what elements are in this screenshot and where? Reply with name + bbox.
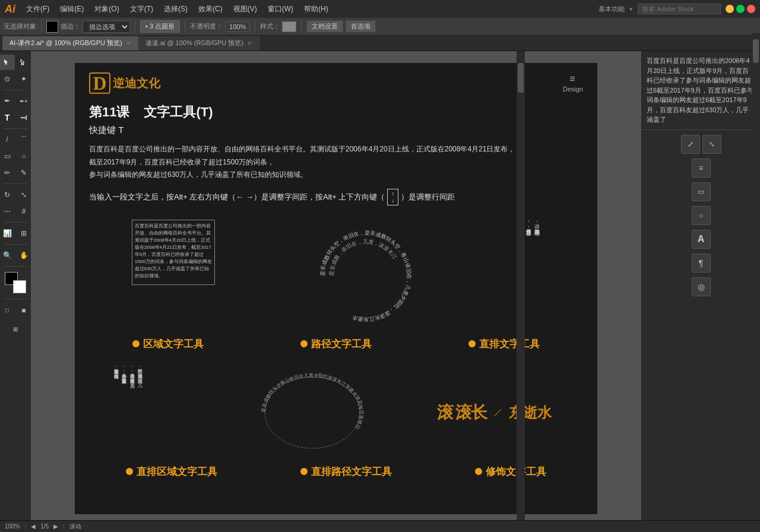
nav-next[interactable]: ▶	[53, 523, 58, 530]
tool-label-1: 区域文字工具	[132, 337, 204, 351]
magic-wand-tool-button[interactable]: ✦	[16, 71, 31, 87]
graph-tool-button[interactable]: 📊	[0, 226, 15, 241]
rect-tool-button[interactable]: ▭	[0, 148, 15, 164]
preferences-button[interactable]: 首选项	[346, 20, 376, 33]
mesh-tool-button[interactable]: #	[16, 204, 31, 219]
rotate-tool-button[interactable]: ↻	[0, 187, 15, 202]
circle-text-svg: 是非成败转头空，依旧在，是非成败转头空，青山依旧在，几度夕阳红，滚滚长江东逝水 …	[309, 220, 422, 332]
menu-help[interactable]: 帮助(H)	[299, 3, 333, 15]
pen-tool-button[interactable]: ✒	[0, 93, 15, 109]
tab-2-close[interactable]: ✕	[247, 40, 252, 46]
deco-text-3: 东逝水	[509, 403, 552, 422]
stroke-color-swatch[interactable]	[46, 21, 58, 33]
hand-tool-button[interactable]: ✋	[16, 248, 31, 263]
menu-bar-right: 基本功能 ▾	[598, 4, 755, 14]
menu-file[interactable]: 文件(F)	[21, 3, 54, 15]
menu-object[interactable]: 对象(O)	[90, 3, 124, 15]
desc-line-2: 截至2017年9月，百度百科已经收录了超过1500万的词条，	[89, 156, 583, 169]
canvas-area[interactable]: D 逆迪文化 ≡ Design 第11课 文字工具(T) 快捷键 T 百度百科是…	[31, 51, 641, 520]
panel-resize-icon[interactable]: ⤢	[681, 135, 700, 154]
menu-select[interactable]: 选择(S)	[159, 3, 192, 15]
brush-tool-button[interactable]: ✏	[0, 165, 15, 180]
nav-menu[interactable]: ≡ Design	[563, 74, 583, 93]
status-sep-1: |	[25, 523, 27, 530]
desc-line-3: 参与词条编辑的网友超过630万人，几乎涵盖了所有已知的知识领域。	[89, 169, 583, 182]
tab-2-label: 递递.ai @ 100% (RGB/GPU 预览)	[145, 39, 243, 48]
close-button[interactable]	[747, 5, 755, 13]
data-tool-button[interactable]: ⊞	[16, 226, 31, 241]
app-icon: Ai	[5, 3, 15, 15]
screen-mode-button[interactable]: ◙	[16, 302, 31, 318]
scrollbar-vertical[interactable]	[517, 51, 525, 520]
minimize-button[interactable]	[726, 5, 734, 13]
panel-menu-icon[interactable]: ≡	[692, 159, 711, 178]
vertical-path-demo: 是非成败转头空青山依旧在几度夕阳红滚滚长江东逝水浪花淘尽英雄旧	[253, 365, 372, 460]
tool-group-line: / ⌒	[0, 132, 31, 147]
decorative-text-content: 滚 滚长 ⟋ 东逝水	[437, 401, 552, 424]
doc-settings-button[interactable]: 文档设置	[306, 20, 343, 33]
menu-effect[interactable]: 效果(C)	[194, 3, 227, 15]
normal-mode-button[interactable]: □	[0, 302, 15, 318]
ellipse-tool-button[interactable]: ○	[16, 148, 31, 164]
direct-select-tool-button[interactable]	[16, 55, 31, 70]
zoom-level[interactable]: 100%	[5, 523, 20, 530]
tab-1[interactable]: AI-课件2.ai* @ 100% (RGB/GPU 预览) ✕	[2, 36, 138, 50]
scale-tool-button[interactable]: ⤡	[16, 187, 31, 202]
opacity-label: 不透明度：	[190, 22, 223, 31]
nav-prev[interactable]: ◀	[31, 523, 36, 530]
lesson-title: 文字工具(T)	[144, 103, 213, 121]
arc-tool-button[interactable]: ⌒	[16, 132, 31, 147]
menu-window[interactable]: 窗口(W)	[263, 3, 298, 15]
pencil-tool-button[interactable]: ✎	[16, 165, 31, 180]
tool-group-rect: ▭ ○	[0, 148, 31, 164]
mode-label[interactable]: 基本功能	[598, 5, 625, 14]
tab-2[interactable]: 递递.ai @ 100% (RGB/GPU 预览) ✕	[138, 36, 259, 50]
panel-circle-icon[interactable]: ○	[692, 206, 711, 225]
add-anchor-tool-button[interactable]: ✒+	[16, 93, 31, 109]
toolbar-separator-2	[135, 21, 135, 33]
opacity-input[interactable]: 100%	[225, 21, 250, 32]
scrollbar-thumb[interactable]	[518, 63, 524, 93]
zoom-tool-button[interactable]: 🔍	[0, 248, 15, 263]
point-type-button[interactable]: • 3 点圆形	[140, 20, 180, 33]
panel-circle-2-icon[interactable]: ◎	[692, 277, 711, 296]
right-scrollbar-thumb[interactable]	[753, 39, 759, 63]
stroke-select[interactable]: 描边选项	[83, 21, 130, 33]
deco-text-2: ⟋	[491, 405, 504, 420]
tab-1-label: AI-课件2.ai* @ 100% (RGB/GPU 预览)	[10, 39, 122, 48]
panel-rect-icon[interactable]: ▭	[692, 182, 711, 201]
mode-dropdown-icon[interactable]: ▾	[629, 5, 633, 13]
panel-para-icon[interactable]: ¶	[692, 254, 711, 273]
stock-search-input[interactable]	[638, 4, 721, 14]
panel-expand-icon[interactable]: ⤡	[702, 135, 721, 154]
panel-type-icon[interactable]: A	[692, 230, 711, 249]
menu-edit[interactable]: 编辑(E)	[55, 3, 88, 15]
vertical-area-demo: 非成败转头空，青山依旧在 ，风古今多少，是滚滚长江东逝水 ，是依旧在，慢看秋月悠…	[113, 365, 196, 460]
dot-1	[132, 340, 140, 347]
line-tool-button[interactable]: /	[0, 132, 15, 147]
tool-label-5: 直排路径文字工具	[300, 465, 392, 479]
vertical-type-tool-button[interactable]: T	[16, 110, 31, 125]
toolbox-sep-7	[4, 299, 27, 299]
menu-bar: Ai 文件(F) 编辑(E) 对象(O) 文字(T) 选择(S) 效果(C) 视…	[0, 0, 760, 18]
tab-1-close[interactable]: ✕	[126, 40, 131, 46]
style-swatch[interactable]	[282, 21, 296, 32]
lasso-tool-button[interactable]: ⊙	[0, 71, 15, 87]
maximize-button[interactable]	[736, 5, 745, 13]
blend-tool-button[interactable]: ⋯	[0, 204, 15, 219]
color-swatch-area[interactable]	[5, 272, 26, 293]
tool-group-lasso: ⊙ ✦	[0, 71, 31, 87]
artboard-tool-button[interactable]: ⊞	[8, 321, 23, 337]
toolbox-sep-1	[4, 90, 27, 90]
menu-view[interactable]: 视图(V)	[229, 3, 262, 15]
menu-text[interactable]: 文字(T)	[125, 3, 158, 15]
right-scrollbar[interactable]	[752, 33, 760, 520]
note-text: 当输入一段文字之后，按Alt+ 左右方向键（← →）是调整字间距，按Alt+ 上…	[89, 192, 385, 202]
circle-text-container: 是非成败转头空，依旧在，是非成败转头空，青山依旧在，几度夕阳红，滚滚长江东逝水 …	[309, 220, 422, 332]
toolbox: ⊙ ✦ ✒ ✒+ T T / ⌒ ▭ ○ ✏ ✎ ↻ ⤡ ⋯	[0, 51, 31, 520]
selection-tool-button[interactable]	[0, 55, 15, 70]
type-tool-button[interactable]: T	[0, 110, 15, 125]
arrow-up: ↑	[391, 191, 394, 197]
artboard-mode[interactable]: 滚动	[69, 522, 81, 531]
panel-icon-row-1: ⤢ ⤡	[681, 135, 721, 154]
